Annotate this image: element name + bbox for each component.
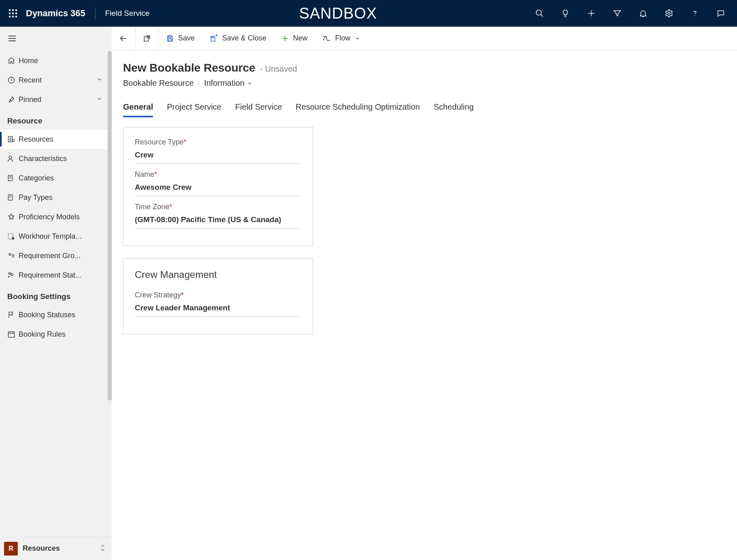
tab-scheduling[interactable]: Scheduling — [433, 100, 474, 117]
group-icon — [7, 252, 19, 260]
svg-rect-1 — [12, 9, 14, 11]
save-icon — [166, 34, 174, 42]
svg-point-13 — [668, 12, 670, 15]
sidebar-item-label: Categories — [19, 174, 103, 182]
main-content: Save Save & Close New Flow New Bookable … — [112, 27, 737, 560]
flag-icon — [7, 311, 19, 319]
dot-separator: · — [198, 78, 200, 88]
sidebar-item-pinned[interactable]: Pinned — [0, 90, 110, 109]
sidebar-item-resources[interactable]: Resources — [0, 129, 110, 149]
search-button[interactable] — [527, 0, 552, 27]
scrollbar-thumb[interactable] — [108, 51, 112, 401]
svg-point-27 — [8, 272, 11, 274]
global-commands — [527, 0, 737, 27]
lightbulb-icon — [561, 9, 570, 18]
sidebar-section-booking: Booking Settings — [0, 285, 110, 305]
notifications-button[interactable] — [630, 0, 656, 27]
sitemap-toggle-button[interactable] — [7, 34, 17, 45]
sidebar-item-label: Booking Rules — [19, 330, 103, 339]
svg-rect-35 — [169, 36, 171, 37]
tab-general[interactable]: General — [123, 100, 153, 117]
timezone-input[interactable]: (GMT-08:00) Pacific Time (US & Canada) — [135, 215, 302, 229]
tab-project-service[interactable]: Project Service — [167, 100, 221, 117]
section-general: Resource Type* Crew Name* Awesome Crew T… — [123, 127, 313, 246]
svg-point-26 — [9, 253, 11, 255]
form-name: Information — [204, 78, 244, 88]
save-close-icon — [209, 34, 218, 43]
form-body: Resource Type* Crew Name* Awesome Crew T… — [112, 117, 737, 560]
sidebar-item-proficiency[interactable]: Proficiency Models — [0, 207, 110, 227]
sidebar-item-characteristics[interactable]: Characteristics — [0, 149, 110, 168]
pin-icon — [7, 95, 19, 104]
save-close-button[interactable]: Save & Close — [202, 27, 274, 50]
sidebar-item-recent[interactable]: Recent — [0, 70, 110, 90]
save-button[interactable]: Save — [159, 27, 202, 50]
filter-button[interactable] — [604, 0, 630, 27]
field-timezone: Time Zone* (GMT-08:00) Pacific Time (US … — [135, 203, 302, 229]
global-header: Dynamics 365 Field Service SANDBOX — [0, 0, 737, 27]
svg-point-28 — [11, 274, 13, 276]
sidebar-item-categories[interactable]: Categories — [0, 168, 110, 188]
svg-point-21 — [9, 156, 12, 159]
crew-strategy-input[interactable]: Crew Leader Management — [135, 303, 302, 317]
field-label: Time Zone* — [135, 203, 302, 211]
sidebar-item-workhour[interactable]: Workhour Templa... — [0, 227, 110, 246]
assistant-button[interactable] — [708, 0, 734, 27]
help-button[interactable] — [682, 0, 708, 27]
plus-icon — [587, 9, 596, 18]
save-label: Save — [178, 34, 195, 42]
new-label: New — [293, 34, 308, 42]
divider — [95, 8, 96, 19]
template-icon — [7, 232, 19, 240]
area-switcher[interactable]: R Resources — [0, 537, 112, 560]
popout-icon — [143, 34, 151, 42]
chevron-down-icon — [247, 81, 253, 86]
svg-rect-37 — [212, 36, 214, 37]
category-icon — [7, 174, 19, 182]
clock-icon — [7, 76, 19, 84]
svg-line-10 — [541, 15, 543, 17]
save-close-label: Save & Close — [222, 34, 266, 42]
person-icon — [7, 155, 19, 163]
sidebar-item-booking-rules[interactable]: Booking Rules — [0, 325, 110, 344]
required-asterisk: * — [154, 170, 157, 178]
svg-point-14 — [695, 15, 695, 16]
bell-icon — [639, 9, 648, 18]
sidebar-item-home[interactable]: Home — [0, 51, 110, 70]
sidebar-item-reqgroups[interactable]: Requirement Gro... — [0, 246, 110, 265]
sidebar-scrollbar[interactable] — [108, 51, 112, 537]
chevron-down-icon — [355, 36, 360, 41]
required-asterisk: * — [169, 203, 172, 211]
product-brand[interactable]: Dynamics 365 — [26, 8, 95, 19]
sidebar-item-label: Workhour Templa... — [19, 232, 103, 241]
sidebar-item-booking-statuses[interactable]: Booking Statuses — [0, 305, 110, 325]
add-button[interactable] — [578, 0, 604, 27]
field-resource-type: Resource Type* Crew — [135, 138, 302, 164]
ideas-button[interactable] — [552, 0, 578, 27]
name-input[interactable]: Awesome Crew — [135, 183, 302, 196]
page-title: New Bookable Resource — [123, 62, 255, 74]
resource-type-input[interactable]: Crew — [135, 151, 302, 164]
sidebar-item-paytypes[interactable]: Pay Types — [0, 188, 110, 207]
question-icon — [690, 9, 699, 18]
flow-button[interactable]: Flow — [315, 27, 367, 50]
sidebar-item-label: Booking Statuses — [19, 311, 103, 319]
required-asterisk: * — [184, 138, 187, 146]
field-label: Name* — [135, 170, 302, 179]
flow-icon — [322, 34, 331, 42]
settings-button[interactable] — [656, 0, 682, 27]
sidebar-item-reqstatus[interactable]: Requirement Stat... — [0, 265, 110, 285]
hamburger-icon — [7, 34, 17, 43]
app-launcher-button[interactable] — [0, 0, 26, 27]
tab-field-service[interactable]: Field Service — [235, 100, 282, 117]
sidebar-item-label: Proficiency Models — [19, 213, 103, 221]
form-selector[interactable]: Information — [204, 78, 253, 88]
svg-rect-8 — [15, 16, 17, 17]
sidebar-item-label: Pay Types — [19, 193, 103, 202]
app-name[interactable]: Field Service — [97, 9, 150, 18]
back-button[interactable] — [112, 27, 135, 50]
field-crew-strategy: Crew Strategy* Crew Leader Management — [135, 291, 302, 317]
new-button[interactable]: New — [274, 27, 315, 50]
open-new-window-button[interactable] — [136, 27, 158, 50]
tab-rso[interactable]: Resource Scheduling Optimization — [296, 100, 420, 117]
